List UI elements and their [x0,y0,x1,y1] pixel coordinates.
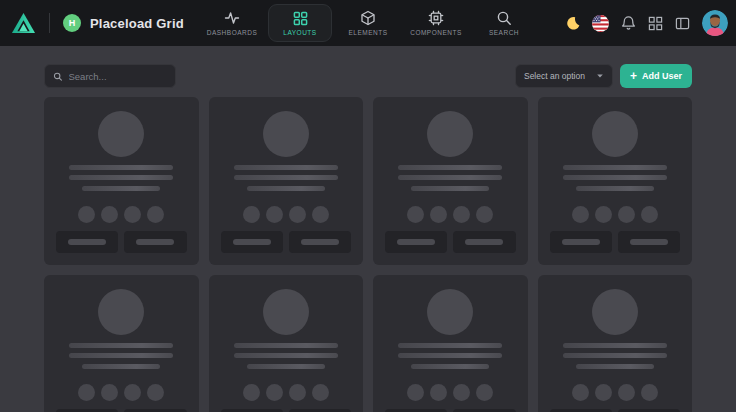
dots-placeholder [572,206,658,223]
search-icon [496,10,512,26]
avatar-placeholder [98,289,144,335]
dot-placeholder [78,384,95,401]
button-placeholder [221,231,283,253]
text-line-placeholder [398,353,502,358]
button-placeholder [124,231,186,253]
apps-grid-button[interactable] [648,16,663,31]
dot-placeholder [289,206,306,223]
button-placeholder [289,231,351,253]
avatar-placeholder [592,289,638,335]
text-line-placeholder [247,364,325,369]
workspace-badge: H [63,14,81,32]
app-logo-icon[interactable] [11,11,36,36]
avatar-placeholder [427,289,473,335]
button-placeholder [56,231,118,253]
sidebar-panel-toggle[interactable] [675,16,690,31]
dot-placeholder [101,384,118,401]
brand: H Placeload Grid [11,11,184,36]
text-line-placeholder [82,186,160,191]
text-line-placeholder [563,353,667,358]
text-line-placeholder [398,175,502,180]
dark-mode-toggle[interactable] [566,16,580,30]
card-footer [550,231,681,253]
button-bar-placeholder [301,239,339,245]
button-bar-placeholder [630,239,668,245]
card-footer [385,231,516,253]
placeholder-card [538,97,693,265]
dot-placeholder [618,206,635,223]
text-line-placeholder [234,353,338,358]
text-line-placeholder [398,165,502,170]
placeholder-card [209,275,364,412]
add-user-button[interactable]: + Add User [620,64,692,88]
text-line-placeholder [411,186,489,191]
nav-item-dashboards[interactable]: DASHBOARDS [200,4,264,42]
dot-placeholder [618,384,635,401]
us-flag-icon [592,15,609,32]
moon-icon [566,16,580,30]
text-line-placeholder [69,165,173,170]
dots-placeholder [407,206,493,223]
dot-placeholder [266,206,283,223]
avatar-placeholder [592,111,638,157]
nav-label: LAYOUTS [283,29,316,36]
box-icon [360,10,376,26]
nav-label: DASHBOARDS [207,29,258,36]
button-bar-placeholder [562,239,600,245]
placeholder-card [209,97,364,265]
text-line-placeholder [82,364,160,369]
dot-placeholder [572,384,589,401]
dot-placeholder [101,206,118,223]
text-line-placeholder [234,165,338,170]
toolbar: Select an option + Add User [44,64,692,88]
card-footer [221,231,352,253]
language-flag-button[interactable] [592,15,609,32]
dot-placeholder [641,206,658,223]
dot-placeholder [289,384,306,401]
select-value: Select an option [524,71,585,81]
button-bar-placeholder [136,239,174,245]
page-title: Placeload Grid [90,16,184,31]
activity-icon [224,10,240,26]
placeholder-card [44,275,199,412]
plus-icon: + [630,70,637,82]
chevron-down-icon [596,72,604,80]
dot-placeholder [430,384,447,401]
dot-placeholder [572,206,589,223]
text-line-placeholder [576,364,654,369]
dots-placeholder [243,206,329,223]
notifications-button[interactable] [621,16,636,31]
nav-label: COMPONENTS [410,29,462,36]
text-line-placeholder [69,353,173,358]
dot-placeholder [595,206,612,223]
user-avatar[interactable] [702,10,728,36]
placeholder-card [373,97,528,265]
avatar-placeholder [427,111,473,157]
nav-item-search[interactable]: SEARCH [472,4,536,42]
button-placeholder [550,231,612,253]
dot-placeholder [312,384,329,401]
nav-item-components[interactable]: COMPONENTS [404,4,468,42]
options-select[interactable]: Select an option [515,64,613,88]
toolbar-right: Select an option + Add User [515,64,692,88]
placeholder-card [373,275,528,412]
text-line-placeholder [247,186,325,191]
cards-grid [44,97,692,412]
dot-placeholder [476,206,493,223]
nav-item-elements[interactable]: ELEMENTS [336,4,400,42]
text-line-placeholder [234,175,338,180]
dot-placeholder [78,206,95,223]
search-input[interactable] [69,71,168,82]
card-footer [56,231,187,253]
button-placeholder [453,231,515,253]
search-box[interactable] [44,64,176,88]
button-placeholder [385,231,447,253]
placeholder-card [44,97,199,265]
button-bar-placeholder [68,239,106,245]
avatar-placeholder [98,111,144,157]
dot-placeholder [266,384,283,401]
text-line-placeholder [69,343,173,348]
text-line-placeholder [398,343,502,348]
button-bar-placeholder [233,239,271,245]
nav-item-layouts[interactable]: LAYOUTS [268,4,332,42]
